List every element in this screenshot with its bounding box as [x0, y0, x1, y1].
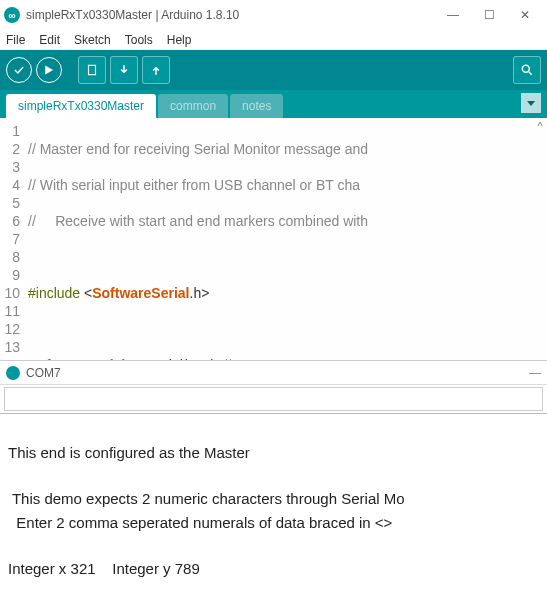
svg-point-2 — [522, 65, 529, 72]
open-button[interactable] — [110, 56, 138, 84]
serial-titlebar: COM7 — — [0, 361, 547, 385]
serial-minimize-button[interactable]: — — [529, 366, 541, 380]
save-button[interactable] — [142, 56, 170, 84]
serial-line: This end is configured as the Master — [8, 444, 250, 461]
arduino-icon: ∞ — [4, 7, 20, 23]
serial-port-label: COM7 — [26, 366, 61, 380]
svg-marker-4 — [527, 101, 535, 106]
menu-tools[interactable]: Tools — [123, 33, 155, 47]
svg-marker-0 — [46, 66, 53, 74]
serial-line: Enter 2 comma seperated numerals of data… — [8, 514, 392, 531]
svg-rect-1 — [89, 65, 96, 74]
menu-sketch[interactable]: Sketch — [72, 33, 113, 47]
svg-line-3 — [529, 72, 532, 75]
upload-button[interactable] — [36, 57, 62, 83]
window-title: simpleRxTx0330Master | Arduino 1.8.10 — [26, 8, 435, 22]
line-gutter: 1 2 3 4 5 6 7 8 9 10 11 12 13 — [0, 118, 24, 360]
new-button[interactable] — [78, 56, 106, 84]
arduino-icon — [6, 366, 20, 380]
close-button[interactable]: ✕ — [507, 1, 543, 29]
menu-help[interactable]: Help — [165, 33, 194, 47]
tab-menu-dropdown[interactable] — [521, 93, 541, 113]
serial-output[interactable]: This end is configured as the Master Thi… — [0, 413, 547, 600]
scroll-up-arrow[interactable]: ^ — [533, 120, 547, 134]
serial-input[interactable] — [4, 387, 543, 411]
serial-monitor-button[interactable] — [513, 56, 541, 84]
minimize-button[interactable]: — — [435, 1, 471, 29]
serial-line: Integer x 321 Integer y 789 — [8, 560, 200, 577]
tab-strip: simpleRxTx0330Master common notes — [0, 90, 547, 118]
window-titlebar: ∞ simpleRxTx0330Master | Arduino 1.8.10 … — [0, 0, 547, 30]
tab-common[interactable]: common — [158, 94, 228, 118]
menu-file[interactable]: File — [4, 33, 27, 47]
code-area[interactable]: // Master end for receiving Serial Monit… — [24, 118, 547, 360]
tab-main[interactable]: simpleRxTx0330Master — [6, 94, 156, 118]
serial-line: This demo expects 2 numeric characters t… — [8, 490, 405, 507]
verify-button[interactable] — [6, 57, 32, 83]
toolbar — [0, 50, 547, 90]
maximize-button[interactable]: ☐ — [471, 1, 507, 29]
menu-bar: File Edit Sketch Tools Help — [0, 30, 547, 50]
serial-monitor: COM7 — This end is configured as the Mas… — [0, 360, 547, 600]
menu-edit[interactable]: Edit — [37, 33, 62, 47]
tab-notes[interactable]: notes — [230, 94, 283, 118]
code-editor[interactable]: ^ 1 2 3 4 5 6 7 8 9 10 11 12 13 // Maste… — [0, 118, 547, 360]
